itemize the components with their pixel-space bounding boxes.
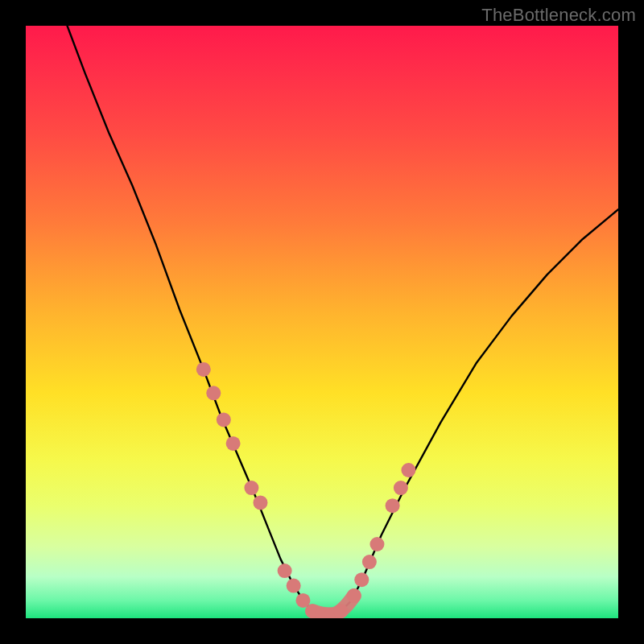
curve-layer	[26, 26, 618, 618]
data-dot	[253, 495, 267, 510]
watermark-text: TheBottleneck.com	[481, 5, 636, 26]
plot-area	[26, 26, 618, 618]
data-dot	[369, 537, 384, 551]
data-dot	[362, 555, 377, 569]
data-dot	[287, 579, 301, 593]
data-dot	[196, 362, 211, 377]
data-dot	[206, 386, 221, 400]
data-dot	[394, 481, 408, 495]
data-dot	[401, 463, 415, 477]
data-dot	[226, 436, 241, 451]
data-dot	[278, 564, 292, 578]
data-dot	[244, 481, 258, 495]
chart-frame: TheBottleneck.com	[0, 0, 644, 644]
data-dot	[386, 498, 400, 513]
data-dot	[334, 604, 349, 618]
data-dot	[347, 588, 361, 603]
data-dot	[217, 412, 231, 427]
data-dots	[196, 362, 416, 618]
data-dot	[354, 572, 369, 587]
bottleneck-curve	[68, 26, 618, 615]
